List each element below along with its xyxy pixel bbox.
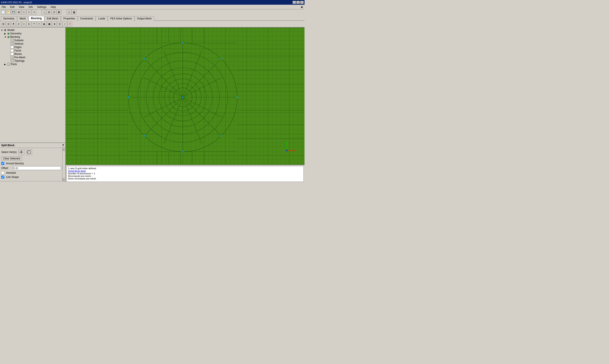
close-button[interactable]: × xyxy=(300,1,304,4)
tab-blocking[interactable]: Blocking xyxy=(29,16,44,21)
console-line3: Number of processors = 1 xyxy=(68,172,302,175)
around-blocks-label: Around block(s) xyxy=(6,162,24,165)
check-blocks[interactable] xyxy=(11,52,14,55)
around-blocks-checkbox[interactable] xyxy=(1,162,4,165)
block-icon10[interactable]: ▣ xyxy=(47,22,52,26)
tree-model[interactable]: ▼ 🖥 Model xyxy=(1,28,65,32)
scroll-down[interactable]: ▼ xyxy=(63,178,65,181)
mesh-visualization xyxy=(66,27,305,165)
split-block-panel: Split Block ? Select Vert(s) xyxy=(0,143,65,182)
svg-point-31 xyxy=(143,58,145,60)
check-premesh[interactable]: ✓ xyxy=(11,56,14,59)
clear-selected-button[interactable]: Clear Selected xyxy=(1,156,22,161)
top-toolbar: 📄 📂 💾 🖥 ⬡ ↩ ↪ 🔍 ⊞ ⊡ ◩ ◻ ▦ xyxy=(0,9,305,15)
toolbar-area: 📄 📂 💾 🖥 ⬡ ↩ ↪ 🔍 ⊞ ⊡ ◩ ◻ ▦ Geometry Mesh … xyxy=(0,9,305,27)
block-icon3[interactable]: ✦ xyxy=(11,22,16,26)
absolute-checkbox[interactable] xyxy=(1,171,4,174)
toolbar-open[interactable]: 📂 xyxy=(6,10,11,14)
block-icon8[interactable]: ✂ xyxy=(37,22,41,26)
check-vertices[interactable]: ✓ xyxy=(11,42,14,45)
menu-edit[interactable]: Edit xyxy=(9,5,15,9)
select-icon1[interactable] xyxy=(18,149,24,155)
check-parts[interactable]: ✓ xyxy=(7,63,10,66)
check-edges[interactable] xyxy=(11,46,14,49)
block-icon1[interactable]: ⊞ xyxy=(1,22,6,26)
menu-settings[interactable]: Settings xyxy=(36,5,47,9)
check-subsets[interactable]: ✓ xyxy=(11,39,14,42)
block-icon4[interactable]: ⊁ xyxy=(16,22,21,26)
tree-blocks[interactable]: Blocks xyxy=(1,52,65,56)
block-icon14[interactable]: ✗ xyxy=(67,22,72,26)
tree-subsets[interactable]: ✓ Subsets xyxy=(1,39,65,42)
tree-topology[interactable]: ✓ Topology xyxy=(1,59,65,63)
block-icon11[interactable]: ⊕ xyxy=(52,22,57,26)
toolbar-icon4[interactable]: 🖥 xyxy=(16,10,21,14)
block-icon12[interactable]: ⊘ xyxy=(57,22,62,26)
menu-info[interactable]: Info xyxy=(28,5,34,9)
check-faces[interactable] xyxy=(11,49,14,52)
tab-outputmesh[interactable]: Output Mesh xyxy=(135,16,154,21)
help-icon[interactable]: ? xyxy=(62,143,64,147)
toolbar-new[interactable]: 📄 xyxy=(1,10,6,14)
console-line5: Done recompute pre-mesh xyxy=(68,177,302,180)
viewport[interactable] xyxy=(66,27,305,165)
block-icon9[interactable]: ◉ xyxy=(42,22,47,26)
toolbar-save[interactable]: 💾 xyxy=(11,10,16,14)
toolbar-icon9[interactable]: ⊞ xyxy=(47,10,51,14)
tree-geometry[interactable]: ▶ ▣ Geometry xyxy=(1,32,65,35)
tree-area: ▼ 🖥 Model ▶ ▣ Geometry ▼ ▣ Blocking ✓ Su… xyxy=(0,27,65,143)
tab-mesh[interactable]: Mesh xyxy=(17,16,28,21)
block-icon2[interactable]: ⊟ xyxy=(6,22,11,26)
panel-scrollbar[interactable]: ▲ ▼ xyxy=(62,148,65,181)
split-block-title: Split Block xyxy=(1,144,14,147)
minimize-button[interactable]: — xyxy=(293,1,296,4)
scroll-up[interactable]: ▲ xyxy=(63,148,65,151)
tab-geometry[interactable]: Geometry xyxy=(1,16,17,21)
link-shape-checkbox[interactable] xyxy=(1,176,4,179)
svg-point-34 xyxy=(221,135,222,137)
tab-constraints[interactable]: Constraints xyxy=(78,16,96,21)
tree-premesh[interactable]: ✓ Pre-Mesh xyxy=(1,56,65,59)
console-line4: Recompute pre-mesh... xyxy=(68,175,302,177)
block-icon5[interactable]: ⬡ xyxy=(21,22,26,26)
toolbar-icon5[interactable]: ⬡ xyxy=(21,10,26,14)
split-block-inner: Select Vert(s) xyxy=(0,148,62,181)
clear-selected-row: Clear Selected xyxy=(1,156,61,161)
offset-input[interactable]: 0.15 xyxy=(13,166,61,170)
tab-editmesh[interactable]: Edit Mesh xyxy=(45,16,61,21)
check-topology[interactable]: ✓ xyxy=(11,59,14,62)
tree-premesh-label: Pre-Mesh xyxy=(14,56,26,59)
select-icon2[interactable] xyxy=(26,149,32,155)
console-line1: 1 new O-grid index defined xyxy=(68,167,302,170)
tree-blocking[interactable]: ▼ ▣ Blocking xyxy=(1,35,65,39)
toolbar-icon11[interactable]: ◩ xyxy=(57,10,62,14)
toolbar-zoom[interactable]: 🔍 xyxy=(41,10,46,14)
block-icon7[interactable]: ↶ xyxy=(32,22,36,26)
menu-help[interactable]: Help xyxy=(50,5,57,9)
menu-file[interactable]: File xyxy=(1,5,7,9)
toolbar-redo[interactable]: ↪ xyxy=(32,10,36,14)
tab-loads[interactable]: Loads xyxy=(96,16,107,21)
console-line2[interactable]: Ogrid block done xyxy=(68,170,302,172)
menu-bar: File Edit View Info Settings Help ▣ xyxy=(0,5,305,9)
toolbar-undo[interactable]: ↩ xyxy=(26,10,31,14)
tree-topology-label: Topology xyxy=(14,59,25,62)
svg-point-65 xyxy=(286,150,288,152)
tree-vertices[interactable]: ✓ Vertices xyxy=(1,42,65,45)
tree-edges[interactable]: Edges xyxy=(1,45,65,49)
maximize-button[interactable]: □ xyxy=(296,1,300,4)
svg-rect-4 xyxy=(27,151,30,154)
block-icon6[interactable]: ➤ xyxy=(26,22,31,26)
tree-parts[interactable]: ▶ ✓ Parts xyxy=(1,63,65,66)
toolbar-display1[interactable]: ◻ xyxy=(66,10,71,14)
dpi-indicator: ▣ xyxy=(300,5,304,9)
split-block-body: Select Vert(s) xyxy=(0,148,62,181)
around-blocks-row: Around block(s) xyxy=(1,162,61,165)
toolbar-icon10[interactable]: ⊡ xyxy=(52,10,56,14)
toolbar-display2[interactable]: ▦ xyxy=(72,10,76,14)
tree-faces[interactable]: Faces xyxy=(1,49,65,52)
block-icon13[interactable]: ✓ xyxy=(62,22,67,26)
tab-properties[interactable]: Properties xyxy=(61,16,78,21)
tab-feasolve[interactable]: FEA Solve Options xyxy=(108,16,134,21)
menu-view[interactable]: View xyxy=(18,5,25,9)
